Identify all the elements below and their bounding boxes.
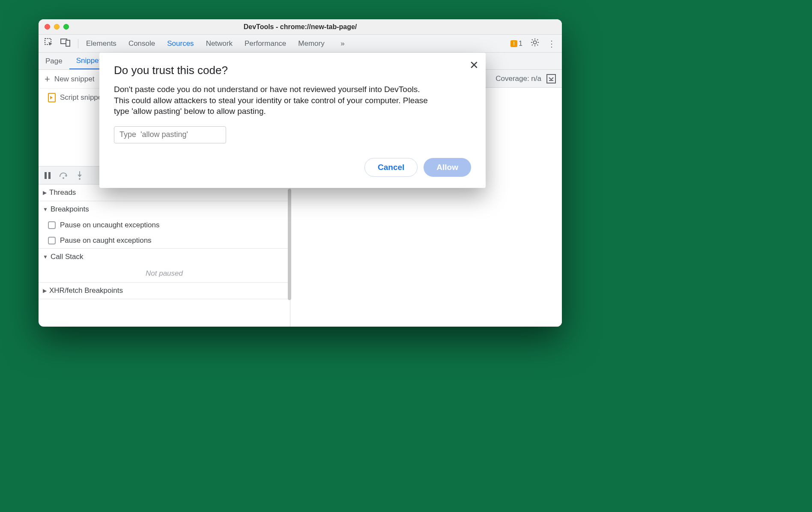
cancel-button[interactable]: Cancel bbox=[364, 158, 418, 177]
dialog-buttons: Cancel Allow bbox=[114, 158, 471, 177]
tab-elements[interactable]: Elements bbox=[86, 39, 116, 48]
threads-label: Threads bbox=[49, 188, 76, 197]
snippet-item-label: Script snippet bbox=[60, 93, 104, 102]
panel-tabs: Elements Console Sources Network Perform… bbox=[86, 39, 345, 48]
breakpoints-header[interactable]: ▼Breakpoints bbox=[39, 201, 290, 217]
warnings-badge[interactable]: ! 1 bbox=[510, 40, 522, 48]
call-stack-header[interactable]: ▼Call Stack bbox=[39, 249, 290, 265]
svg-rect-3 bbox=[45, 172, 47, 179]
close-icon[interactable]: ✕ bbox=[469, 59, 479, 72]
tab-sources[interactable]: Sources bbox=[167, 39, 194, 48]
section-xhr-breakpoints[interactable]: ▶XHR/fetch Breakpoints bbox=[39, 283, 290, 299]
window-title: DevTools - chrome://new-tab-page/ bbox=[39, 23, 562, 31]
call-stack-not-paused: Not paused bbox=[39, 265, 290, 282]
plus-icon: + bbox=[45, 74, 50, 84]
gear-icon[interactable] bbox=[530, 38, 540, 49]
section-breakpoints: ▼Breakpoints Pause on uncaught exception… bbox=[39, 201, 290, 249]
pause-caught-label: Pause on caught exceptions bbox=[60, 236, 152, 245]
pause-icon[interactable] bbox=[44, 172, 51, 179]
maximize-window-button[interactable] bbox=[63, 24, 69, 30]
step-into-icon[interactable] bbox=[76, 171, 83, 180]
tab-network[interactable]: Network bbox=[206, 39, 233, 48]
close-window-button[interactable] bbox=[45, 24, 50, 30]
tab-memory[interactable]: Memory bbox=[298, 39, 324, 48]
warning-icon: ! bbox=[510, 40, 517, 47]
dialog-title: Do you trust this code? bbox=[114, 64, 471, 77]
triangle-right-icon: ▶ bbox=[43, 288, 47, 294]
traffic-lights bbox=[45, 24, 69, 30]
pause-uncaught-row[interactable]: Pause on uncaught exceptions bbox=[39, 217, 290, 233]
call-stack-label: Call Stack bbox=[51, 253, 84, 261]
dropdown-icon[interactable] bbox=[546, 74, 556, 83]
triangle-right-icon: ▶ bbox=[43, 190, 47, 196]
step-over-icon[interactable] bbox=[59, 172, 69, 179]
trust-code-dialog: ✕ Do you trust this code? Don't paste co… bbox=[99, 53, 486, 188]
svg-rect-2 bbox=[66, 40, 70, 46]
separator bbox=[78, 39, 78, 48]
inspect-element-icon[interactable] bbox=[45, 38, 53, 49]
tab-console[interactable]: Console bbox=[128, 39, 155, 48]
section-call-stack: ▼Call Stack Not paused bbox=[39, 249, 290, 283]
pause-uncaught-label: Pause on uncaught exceptions bbox=[60, 221, 160, 229]
titlebar: DevTools - chrome://new-tab-page/ bbox=[39, 19, 562, 35]
allow-pasting-input[interactable] bbox=[114, 126, 226, 143]
more-tabs-icon[interactable]: » bbox=[337, 39, 345, 48]
checkbox-unchecked-icon[interactable] bbox=[48, 237, 56, 244]
xhr-label: XHR/fetch Breakpoints bbox=[49, 286, 123, 295]
device-toolbar-icon[interactable] bbox=[61, 38, 70, 49]
triangle-down-icon: ▼ bbox=[43, 206, 48, 212]
svg-point-5 bbox=[63, 177, 64, 179]
devtools-main-toolbar: Elements Console Sources Network Perform… bbox=[39, 35, 562, 53]
svg-point-7 bbox=[79, 178, 81, 180]
svg-rect-4 bbox=[48, 172, 51, 179]
snippet-file-icon bbox=[48, 93, 56, 102]
vertical-scrollbar[interactable] bbox=[288, 189, 291, 300]
tab-performance[interactable]: Performance bbox=[245, 39, 286, 48]
checkbox-unchecked-icon[interactable] bbox=[48, 221, 56, 229]
dialog-body: Don't paste code you do not understand o… bbox=[114, 84, 431, 117]
devtools-window: DevTools - chrome://new-tab-page/ Elemen… bbox=[39, 19, 562, 327]
kebab-menu-icon[interactable]: ⋮ bbox=[547, 39, 556, 49]
coverage-label: Coverage: n/a bbox=[496, 74, 541, 83]
triangle-down-icon: ▼ bbox=[43, 254, 48, 260]
breakpoints-label: Breakpoints bbox=[51, 205, 89, 214]
minimize-window-button[interactable] bbox=[54, 24, 60, 30]
new-snippet-label: New snippet bbox=[54, 75, 95, 83]
allow-button[interactable]: Allow bbox=[424, 158, 471, 177]
pause-caught-row[interactable]: Pause on caught exceptions bbox=[39, 233, 290, 248]
subtab-page[interactable]: Page bbox=[39, 53, 69, 69]
warnings-count: 1 bbox=[519, 40, 522, 48]
